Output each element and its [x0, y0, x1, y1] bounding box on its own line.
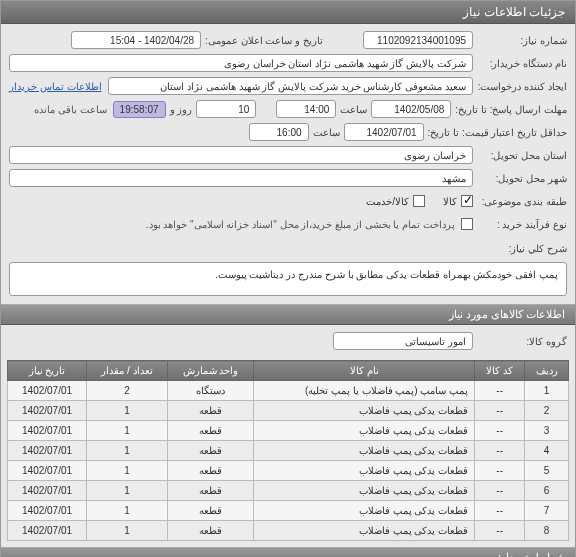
cell-name: قطعات یدکی پمپ فاضلاب — [254, 501, 475, 521]
cell-qty: 1 — [87, 481, 168, 501]
cell-qty: 1 — [87, 521, 168, 541]
cell-unit: قطعه — [167, 421, 253, 441]
cell-date: 1402/07/01 — [8, 521, 87, 541]
process-note: پرداخت تمام یا بخشی از مبلغ خرید،از محل … — [146, 219, 455, 230]
table-row: 4--قطعات یدکی پمپ فاضلابقطعه11402/07/01 — [8, 441, 569, 461]
th-idx: ردیف — [525, 361, 569, 381]
cell-code: -- — [475, 501, 525, 521]
desc-label: شرح کلي نياز: — [13, 243, 567, 254]
time-label-2: ساعت — [313, 127, 340, 138]
table-row: 8--قطعات یدکی پمپ فاضلابقطعه11402/07/01 — [8, 521, 569, 541]
cell-name: قطعات یدکی پمپ فاضلاب — [254, 441, 475, 461]
th-qty: تعداد / مقدار — [87, 361, 168, 381]
announce-field: 1402/04/28 - 15:04 — [71, 31, 201, 49]
creator-field: سعید مشعوفی کارشناس خرید شرکت پالایش گاز… — [108, 77, 473, 95]
checkbox-icon — [461, 218, 473, 230]
cell-unit: قطعه — [167, 401, 253, 421]
process-checkbox[interactable] — [461, 218, 473, 230]
cell-unit: قطعه — [167, 501, 253, 521]
buyer-section-title: شرایط خریدار: — [1, 547, 575, 557]
contact-link[interactable]: اطلاعات تماس خریدار — [9, 81, 102, 92]
cell-code: -- — [475, 481, 525, 501]
buyer-field: شرکت پالایش گاز شهید هاشمی نژاد استان خر… — [9, 54, 473, 72]
cell-name: قطعات یدکی پمپ فاضلاب — [254, 521, 475, 541]
cell-qty: 1 — [87, 501, 168, 521]
announce-label: تاریخ و ساعت اعلان عمومی: — [205, 35, 323, 46]
deadline-time-field: 14:00 — [276, 100, 336, 118]
table-row: 1--پمپ سامپ (پمپ فاضلاب یا پمپ تخلیه)دست… — [8, 381, 569, 401]
checkbox-icon — [413, 195, 425, 207]
cell-unit: قطعه — [167, 521, 253, 541]
validity-time-field: 16:00 — [249, 123, 309, 141]
th-date: تاریخ نیاز — [8, 361, 87, 381]
cell-idx: 1 — [525, 381, 569, 401]
cell-idx: 5 — [525, 461, 569, 481]
cell-date: 1402/07/01 — [8, 501, 87, 521]
province-field: خراسان رضوی — [9, 146, 473, 164]
check-icon — [461, 195, 473, 207]
cell-name: قطعات یدکی پمپ فاضلاب — [254, 481, 475, 501]
page-title: جزئیات اطلاعات نیاز — [1, 1, 575, 24]
city-field: مشهد — [9, 169, 473, 187]
cell-date: 1402/07/01 — [8, 461, 87, 481]
cat-label: طبقه بندی موضوعی: — [477, 196, 567, 207]
cell-qty: 2 — [87, 381, 168, 401]
table-row: 6--قطعات یدکی پمپ فاضلابقطعه11402/07/01 — [8, 481, 569, 501]
buyer-label: نام دستگاه خریدار: — [477, 58, 567, 69]
cat-service-label: کالا/خدمت — [366, 196, 409, 207]
timer-badge: 19:58:07 — [113, 101, 166, 118]
cat-service-checkbox[interactable]: کالا/خدمت — [366, 195, 425, 207]
cell-unit: قطعه — [167, 481, 253, 501]
cell-code: -- — [475, 421, 525, 441]
cell-name: قطعات یدکی پمپ فاضلاب — [254, 421, 475, 441]
need-no-label: شماره نیاز: — [477, 35, 567, 46]
cell-idx: 3 — [525, 421, 569, 441]
cell-code: -- — [475, 441, 525, 461]
cell-qty: 1 — [87, 441, 168, 461]
table-row: 2--قطعات یدکی پمپ فاضلابقطعه11402/07/01 — [8, 401, 569, 421]
cat-goods-checkbox[interactable]: کالا — [443, 195, 473, 207]
cell-date: 1402/07/01 — [8, 401, 87, 421]
cell-qty: 1 — [87, 401, 168, 421]
process-label: نوع فرآیند خرید : — [477, 219, 567, 230]
validity-label: حداقل تاریخ اعتبار قیمت: تا تاریخ: — [428, 127, 567, 138]
items-section-title: اطلاعات کالاهای مورد نیاز — [1, 304, 575, 325]
cell-date: 1402/07/01 — [8, 421, 87, 441]
desc-text: پمپ افقی خودمکش بهمراه قطعات یدکی مطابق … — [9, 262, 567, 296]
city-label: شهر محل تحویل: — [477, 173, 567, 184]
cell-name: قطعات یدکی پمپ فاضلاب — [254, 401, 475, 421]
cell-name: پمپ سامپ (پمپ فاضلاب یا پمپ تخلیه) — [254, 381, 475, 401]
cell-date: 1402/07/01 — [8, 441, 87, 461]
cell-code: -- — [475, 401, 525, 421]
cell-unit: دستگاه — [167, 381, 253, 401]
days-suffix: روز و — [170, 104, 193, 115]
th-name: نام کالا — [254, 361, 475, 381]
cell-name: قطعات یدکی پمپ فاضلاب — [254, 461, 475, 481]
cell-idx: 4 — [525, 441, 569, 461]
table-row: 7--قطعات یدکی پمپ فاضلابقطعه11402/07/01 — [8, 501, 569, 521]
table-row: 5--قطعات یدکی پمپ فاضلابقطعه11402/07/01 — [8, 461, 569, 481]
cell-unit: قطعه — [167, 441, 253, 461]
cell-idx: 6 — [525, 481, 569, 501]
group-label: گروه کالا: — [477, 336, 567, 347]
deadline-label: مهلت ارسال پاسخ: تا تاریخ: — [455, 104, 567, 115]
group-field: امور تاسیساتی — [333, 332, 473, 350]
cell-date: 1402/07/01 — [8, 381, 87, 401]
deadline-date-field: 1402/05/08 — [371, 100, 451, 118]
cell-code: -- — [475, 521, 525, 541]
province-label: استان محل تحویل: — [477, 150, 567, 161]
th-unit: واحد شمارش — [167, 361, 253, 381]
time-label-1: ساعت — [340, 104, 367, 115]
days-field: 10 — [196, 100, 256, 118]
cat-goods-label: کالا — [443, 196, 457, 207]
cell-code: -- — [475, 461, 525, 481]
cell-idx: 8 — [525, 521, 569, 541]
cell-idx: 2 — [525, 401, 569, 421]
validity-date-field: 1402/07/01 — [344, 123, 424, 141]
items-table: ردیف کد کالا نام کالا واحد شمارش تعداد /… — [7, 360, 569, 541]
cell-qty: 1 — [87, 421, 168, 441]
cell-unit: قطعه — [167, 461, 253, 481]
table-row: 3--قطعات یدکی پمپ فاضلابقطعه11402/07/01 — [8, 421, 569, 441]
cell-idx: 7 — [525, 501, 569, 521]
creator-label: ایجاد کننده درخواست: — [477, 81, 567, 92]
